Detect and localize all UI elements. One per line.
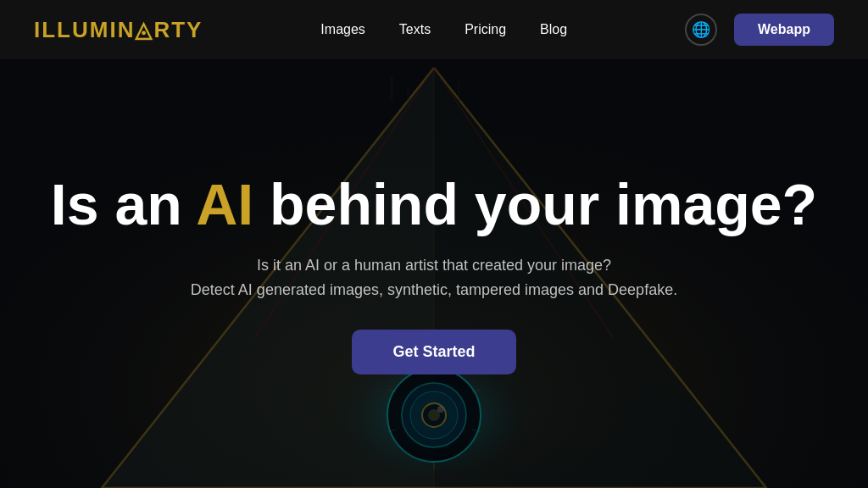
hero-title-ai: AI xyxy=(196,172,253,236)
nav-texts-link[interactable]: Texts xyxy=(399,22,431,37)
globe-icon: 🌐 xyxy=(692,20,710,39)
get-started-button[interactable]: Get Started xyxy=(352,330,515,374)
navbar: ILLUMIN◬RTY Images Texts Pricing Blog 🌐 … xyxy=(0,0,868,59)
language-button[interactable]: 🌐 xyxy=(685,14,717,46)
logo-eye-symbol: ◬ xyxy=(135,17,153,42)
logo-text-part1: ILLUMIN xyxy=(34,17,135,42)
logo-text-part2: RTY xyxy=(153,17,203,42)
nav-right: 🌐 Webapp xyxy=(685,14,834,46)
logo[interactable]: ILLUMIN◬RTY xyxy=(34,17,203,43)
hero-title-part2: behind your image? xyxy=(253,172,817,236)
logo-text: ILLUMIN◬RTY xyxy=(34,17,203,43)
hero-subtitle-2: Detect AI generated images, synthetic, t… xyxy=(191,281,677,299)
nav-pricing-link[interactable]: Pricing xyxy=(465,22,506,37)
webapp-button[interactable]: Webapp xyxy=(734,14,834,46)
hero-subtitle-1: Is it an AI or a human artist that creat… xyxy=(257,257,611,274)
hero-title-part1: Is an xyxy=(51,172,196,236)
hero-content: Is an AI behind your image? Is it an AI … xyxy=(0,59,868,488)
hero-title: Is an AI behind your image? xyxy=(51,173,817,236)
nav-images-link[interactable]: Images xyxy=(320,22,364,37)
nav-blog-link[interactable]: Blog xyxy=(540,22,567,37)
nav-links: Images Texts Pricing Blog xyxy=(320,22,567,37)
